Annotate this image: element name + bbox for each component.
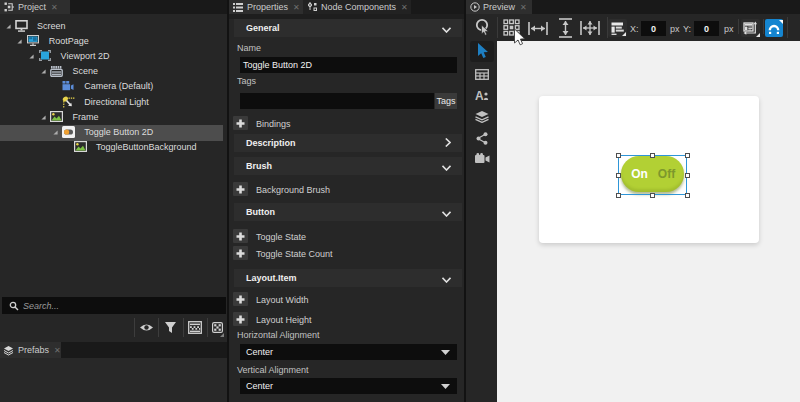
svg-text:A: A	[475, 89, 484, 102]
